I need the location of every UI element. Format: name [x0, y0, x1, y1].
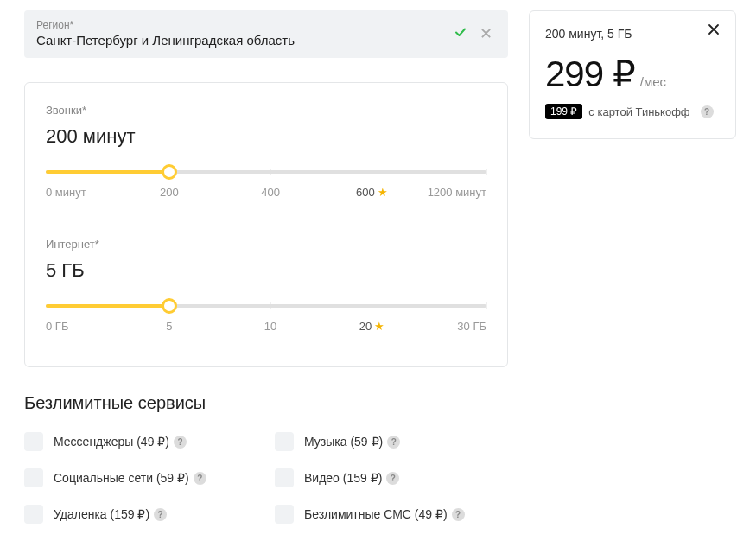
slider-tick: 0 минут — [46, 186, 86, 199]
service-label: Видео (159 ₽) — [304, 471, 382, 485]
internet-thumb[interactable] — [162, 298, 177, 314]
internet-value: 5 ГБ — [46, 259, 486, 282]
service-item: Мессенджеры (49 ₽)? — [24, 432, 257, 451]
internet-label: Интернет* — [46, 238, 486, 251]
slider-tick: 30 ГБ — [457, 320, 486, 333]
calls-value: 200 минут — [46, 125, 486, 148]
summary-discount: 199 ₽ с картой Тинькофф ? — [545, 104, 720, 119]
service-checkbox[interactable] — [24, 432, 43, 451]
tick-mark — [486, 302, 487, 309]
slider-tick: 600★ — [356, 186, 388, 199]
region-value: Санкт-Петербург и Ленинградская область — [36, 33, 295, 48]
service-label: Удаленка (159 ₽) — [54, 507, 149, 521]
service-item: Видео (159 ₽)? — [275, 468, 508, 487]
close-icon[interactable] — [708, 23, 723, 39]
internet-slider: Интернет* 5 ГБ 0 ГБ51020★30 ГБ — [46, 238, 486, 335]
service-checkbox[interactable] — [24, 468, 43, 487]
help-icon[interactable]: ? — [701, 105, 714, 118]
sliders-card: Звонки* 200 минут 0 минут200400600★1200 … — [24, 82, 508, 367]
services-title: Безлимитные сервисы — [24, 393, 508, 413]
region-field[interactable]: Регион* Санкт-Петербург и Ленинградская … — [24, 10, 508, 58]
help-icon[interactable]: ? — [452, 508, 465, 521]
price-amount: 299 ₽ — [545, 53, 635, 95]
star-icon: ★ — [378, 186, 388, 199]
service-checkbox[interactable] — [275, 468, 294, 487]
service-item: Музыка (59 ₽)? — [275, 432, 508, 451]
service-label: Безлимитные СМС (49 ₽) — [304, 507, 448, 521]
calls-track[interactable] — [46, 170, 486, 174]
services-grid: Мессенджеры (49 ₽)?Музыка (59 ₽)?Социаль… — [24, 432, 508, 524]
service-checkbox[interactable] — [275, 505, 294, 524]
calls-label: Звонки* — [46, 104, 486, 117]
price-period: /мес — [640, 74, 666, 89]
calls-thumb[interactable] — [162, 164, 177, 180]
slider-tick: 20★ — [359, 320, 384, 333]
slider-tick: 400 — [261, 186, 280, 199]
discount-badge: 199 ₽ — [545, 104, 582, 119]
service-checkbox[interactable] — [275, 432, 294, 451]
discount-text: с картой Тинькофф — [588, 105, 689, 118]
slider-tick: 1200 минут — [428, 186, 486, 199]
help-icon[interactable]: ? — [194, 472, 206, 485]
help-icon[interactable]: ? — [154, 508, 167, 521]
calls-slider: Звонки* 200 минут 0 минут200400600★1200 … — [46, 104, 486, 201]
service-item: Социальные сети (59 ₽)? — [24, 468, 257, 487]
check-icon — [454, 25, 467, 41]
internet-track[interactable] — [46, 304, 486, 308]
service-checkbox[interactable] — [24, 505, 43, 524]
help-icon[interactable]: ? — [387, 436, 400, 449]
summary-price: 299 ₽ /мес — [545, 53, 720, 95]
region-label: Регион* — [36, 19, 445, 31]
summary-subtitle: 200 минут, 5 ГБ — [545, 27, 720, 41]
slider-tick: 0 ГБ — [46, 320, 68, 333]
tick-mark — [270, 302, 271, 309]
internet-fill — [46, 304, 169, 308]
internet-ticks: 0 ГБ51020★30 ГБ — [46, 320, 486, 335]
slider-tick: 5 — [166, 320, 172, 333]
slider-tick: 10 — [264, 320, 276, 333]
star-icon: ★ — [374, 320, 384, 333]
service-item: Удаленка (159 ₽)? — [24, 505, 257, 524]
summary-card: 200 минут, 5 ГБ 299 ₽ /мес 199 ₽ с карто… — [529, 10, 736, 139]
help-icon[interactable]: ? — [174, 436, 187, 449]
slider-tick: 200 — [160, 186, 179, 199]
clear-icon[interactable]: ✕ — [476, 26, 496, 41]
service-label: Социальные сети (59 ₽) — [54, 471, 189, 485]
tick-mark — [270, 169, 271, 175]
tick-mark — [486, 169, 487, 175]
service-label: Мессенджеры (49 ₽) — [54, 435, 169, 449]
calls-fill — [46, 170, 169, 174]
service-label: Музыка (59 ₽) — [304, 435, 383, 449]
calls-ticks: 0 минут200400600★1200 минут — [46, 186, 486, 201]
service-item: Безлимитные СМС (49 ₽)? — [275, 505, 508, 524]
help-icon[interactable]: ? — [386, 472, 399, 485]
